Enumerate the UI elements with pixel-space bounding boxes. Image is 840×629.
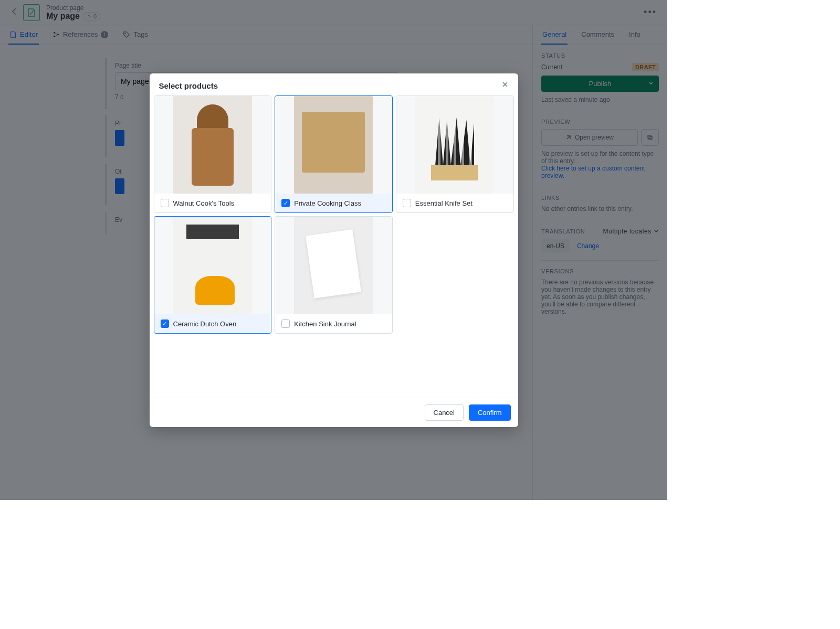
product-thumbnail (275, 217, 392, 314)
modal-overlay[interactable]: Select products Walnut Cook's ToolsPriva… (0, 0, 667, 500)
product-checkbox[interactable] (161, 199, 169, 207)
product-card[interactable]: Essential Knife Set (396, 95, 514, 213)
product-thumbnail (154, 217, 271, 314)
product-thumbnail (275, 96, 392, 194)
product-name: Private Cooking Class (294, 199, 361, 207)
product-name: Kitchen Sink Journal (294, 320, 356, 328)
modal-title: Select products (159, 81, 218, 90)
close-icon[interactable] (501, 81, 509, 90)
product-grid: Walnut Cook's ToolsPrivate Cooking Class… (153, 95, 515, 334)
cancel-button[interactable]: Cancel (425, 404, 464, 421)
product-name: Ceramic Dutch Oven (173, 320, 237, 328)
product-card[interactable]: Kitchen Sink Journal (275, 216, 393, 334)
product-card[interactable]: Ceramic Dutch Oven (154, 216, 272, 334)
product-checkbox[interactable] (161, 319, 169, 328)
product-card[interactable]: Private Cooking Class (275, 95, 393, 213)
confirm-button[interactable]: Confirm (469, 404, 511, 421)
product-thumbnail (154, 96, 271, 194)
product-checkbox[interactable] (281, 319, 290, 328)
product-name: Essential Knife Set (415, 199, 472, 207)
product-thumbnail (396, 96, 513, 194)
product-checkbox[interactable] (281, 199, 290, 207)
product-card[interactable]: Walnut Cook's Tools (154, 95, 272, 213)
select-products-modal: Select products Walnut Cook's ToolsPriva… (150, 73, 518, 427)
product-checkbox[interactable] (403, 199, 411, 207)
product-name: Walnut Cook's Tools (173, 199, 235, 207)
